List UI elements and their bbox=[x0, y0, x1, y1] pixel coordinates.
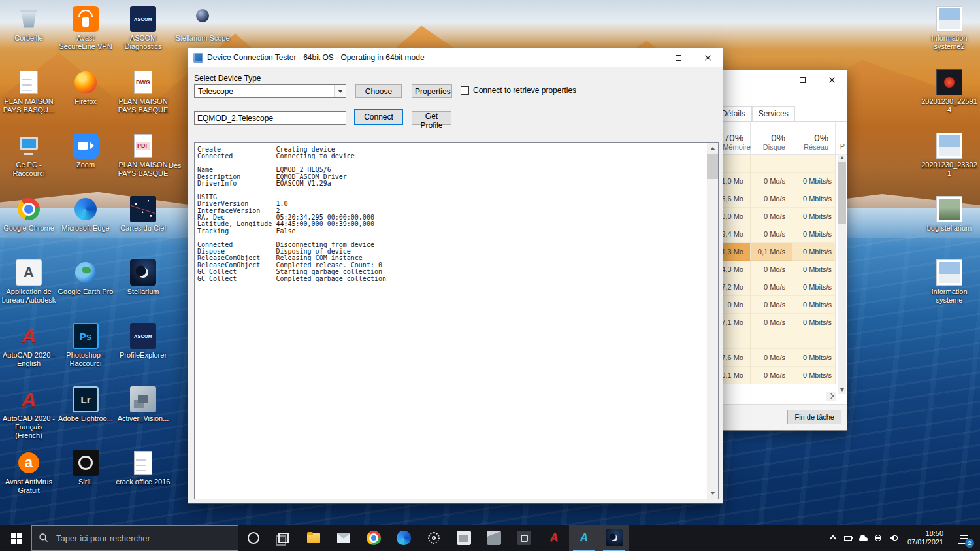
taskbar-app-button[interactable] bbox=[299, 525, 329, 551]
process-row[interactable]: 7,6 Mo 0 Mo/s 0 Mbits/s bbox=[719, 349, 847, 367]
process-row[interactable]: 1,3 Mo 0,1 Mo/s 0 Mbits/s bbox=[719, 243, 847, 261]
app-cube-icon bbox=[487, 531, 501, 545]
process-row[interactable]: 0,1 Mo 0 Mo/s 0 Mbits/s bbox=[719, 367, 847, 384]
desktop-icon[interactable]: Avast Antivirus Gratuit bbox=[0, 446, 57, 510]
desktop-icon[interactable]: ProfileExplorer bbox=[114, 320, 172, 383]
desktop-icon[interactable]: Avast SecureLine VPN bbox=[57, 3, 114, 66]
desktop-icon[interactable]: Photoshop - Raccourci bbox=[57, 320, 114, 383]
clock[interactable]: 18:50 07/01/2021 bbox=[901, 529, 950, 546]
scroll-up-icon[interactable] bbox=[707, 143, 718, 154]
process-row[interactable]: 9,4 Mo 0 Mo/s 0 Mbits/s bbox=[719, 225, 847, 243]
process-row[interactable]: 1,0 Mo 0 Mo/s 0 Mbits/s bbox=[719, 173, 847, 190]
retrieve-properties-checkbox[interactable]: Connect to retrieve properties bbox=[461, 86, 576, 95]
desktop-icon[interactable]: AutoCAD 2020 - English bbox=[0, 320, 57, 383]
memory-cell: 1,3 Mo bbox=[719, 243, 751, 261]
desktop-icon[interactable]: ASCOM Diagnostics bbox=[114, 3, 172, 66]
taskbar-app-button[interactable] bbox=[359, 525, 389, 551]
minimize-button[interactable] bbox=[634, 48, 664, 67]
taskbar-app-button[interactable] bbox=[389, 525, 419, 551]
log-line bbox=[197, 187, 704, 193]
get-profile-button[interactable]: Get Profile bbox=[412, 111, 451, 125]
desktop-icon[interactable]: bug stellarium bbox=[921, 193, 978, 256]
minimize-button[interactable] bbox=[759, 70, 788, 90]
tray-button[interactable] bbox=[826, 525, 841, 551]
taskbar-app-button[interactable] bbox=[449, 525, 479, 551]
taskbar-app-button[interactable] bbox=[569, 525, 599, 551]
desktop-icon[interactable]: crack office 2016 bbox=[114, 446, 172, 510]
desktop-icon[interactable]: Activer_Vision... bbox=[114, 383, 172, 446]
scroll-down-icon[interactable] bbox=[838, 386, 846, 394]
desktop-icon[interactable]: Firefox bbox=[57, 66, 114, 129]
taskbar-app-button[interactable] bbox=[479, 525, 509, 551]
column-header[interactable]: 70% Mémoire bbox=[719, 122, 751, 154]
desktop-icon[interactable]: Information systeme2 bbox=[921, 3, 978, 66]
task-manager-title-bar[interactable] bbox=[719, 70, 847, 90]
taskbar-app-button[interactable] bbox=[238, 525, 269, 551]
search-box[interactable] bbox=[31, 525, 238, 551]
desktop-icon[interactable]: 20201230_233021 bbox=[921, 129, 978, 193]
process-row[interactable]: 5,6 Mo 0 Mo/s 0 Mbits/s bbox=[719, 190, 847, 208]
process-row[interactable] bbox=[719, 331, 847, 349]
desktop-icon[interactable]: Stellarium bbox=[114, 256, 172, 320]
desktop-icon[interactable]: Ce PC - Raccourci bbox=[0, 129, 57, 193]
task-manager-tab[interactable]: Détails bbox=[719, 106, 752, 121]
title-bar[interactable]: Device Connection Tester - 64bit OS - Op… bbox=[188, 48, 723, 67]
taskbar-app-button[interactable] bbox=[509, 525, 539, 551]
desktop-icon[interactable]: 20201230_225914 bbox=[921, 66, 978, 129]
taskbar-app-button[interactable] bbox=[269, 525, 299, 551]
end-task-button[interactable]: Fin de tâche bbox=[787, 410, 841, 424]
scroll-thumb[interactable] bbox=[707, 154, 718, 179]
column-header[interactable]: 0% Disque bbox=[751, 122, 792, 154]
properties-button[interactable]: Properties bbox=[412, 84, 452, 98]
taskbar-app-button[interactable] bbox=[419, 525, 449, 551]
stellarium-scope-icon bbox=[189, 6, 216, 32]
desktop-icon[interactable]: PLAN MAISON PAYS BASQUE bbox=[114, 129, 172, 193]
tray-button[interactable] bbox=[886, 525, 901, 551]
taskbar-app-button[interactable] bbox=[329, 525, 359, 551]
maximize-button[interactable] bbox=[664, 48, 693, 67]
desktop-icon[interactable]: Corbeille bbox=[0, 3, 57, 66]
desktop-icon[interactable]: Microsoft Edge bbox=[57, 193, 114, 256]
desktop-icon[interactable]: PLAN MAISON PAYS BASQU... bbox=[0, 66, 57, 129]
tray-button[interactable] bbox=[871, 525, 886, 551]
start-button[interactable] bbox=[0, 525, 31, 551]
taskbar-app-button[interactable] bbox=[599, 525, 629, 551]
column-header[interactable]: 0% Réseau bbox=[792, 122, 836, 154]
close-button[interactable] bbox=[817, 70, 847, 90]
search-input[interactable] bbox=[55, 533, 231, 544]
connect-button[interactable]: Connect bbox=[354, 109, 403, 125]
desktop-icon[interactable]: Adobe Lightroo... bbox=[57, 383, 114, 446]
tray-button[interactable] bbox=[841, 525, 856, 551]
desktop-icon[interactable]: Zoom bbox=[57, 129, 114, 193]
scroll-down-icon[interactable] bbox=[707, 488, 718, 499]
desktop-icon[interactable]: AutoCAD 2020 - Français (French) bbox=[0, 383, 57, 446]
tray-button[interactable] bbox=[856, 525, 871, 551]
process-row[interactable]: 7,2 Mo 0 Mo/s 0 Mbits/s bbox=[719, 278, 847, 296]
log-scrollbar[interactable] bbox=[707, 143, 718, 499]
process-row[interactable]: 0 Mo 0 Mo/s 0 Mbits/s bbox=[719, 296, 847, 314]
scroll-right-icon[interactable] bbox=[826, 392, 836, 401]
partially-hidden-icon-label[interactable]: Dés bbox=[169, 161, 182, 169]
action-center-button[interactable]: 2 bbox=[950, 525, 977, 551]
desktop-icon[interactable]: Google Chrome bbox=[0, 193, 57, 256]
desktop-icon[interactable]: Information systeme bbox=[921, 256, 978, 320]
maximize-button[interactable] bbox=[788, 70, 817, 90]
desktop-icon[interactable]: Cartes du Ciel bbox=[114, 193, 172, 256]
process-row[interactable]: 0,0 Mo 0 Mo/s 0 Mbits/s bbox=[719, 208, 847, 225]
process-row[interactable]: 4,3 Mo 0 Mo/s 0 Mbits/s bbox=[719, 261, 847, 278]
desktop-icon[interactable]: Application de bureau Autodesk bbox=[0, 256, 57, 320]
task-manager-tab[interactable]: Services bbox=[752, 106, 795, 121]
scroll-thumb[interactable] bbox=[838, 162, 846, 224]
task-manager-scrollbar[interactable] bbox=[838, 154, 846, 394]
choose-button[interactable]: Choose bbox=[355, 84, 402, 98]
taskbar-app-button[interactable] bbox=[539, 525, 569, 551]
device-id-input[interactable] bbox=[194, 111, 346, 125]
desktop-icon[interactable]: PLAN MAISON PAYS BASQUE bbox=[114, 66, 172, 129]
process-row[interactable] bbox=[719, 155, 847, 173]
scroll-up-icon[interactable] bbox=[838, 154, 846, 162]
process-row[interactable]: 7,1 Mo 0 Mo/s 0 Mbits/s bbox=[719, 314, 847, 331]
desktop-icon[interactable]: Google Earth Pro bbox=[57, 256, 114, 320]
desktop-icon[interactable]: SiriL bbox=[57, 446, 114, 510]
close-button[interactable] bbox=[693, 48, 723, 67]
device-type-select[interactable]: Telescope bbox=[194, 84, 346, 98]
